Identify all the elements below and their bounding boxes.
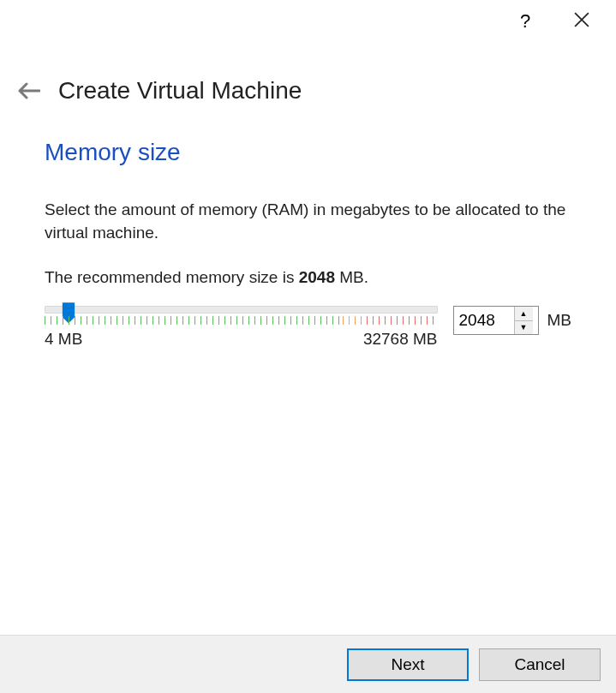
next-button[interactable]: Next [347, 648, 469, 681]
wizard-content: Memory size Select the amount of memory … [0, 105, 616, 349]
slider-zone-safe [45, 316, 343, 325]
spinner-buttons: ▲ ▼ [514, 307, 533, 334]
recommend-value: 2048 [299, 268, 335, 286]
memory-spinner-box: ▲ ▼ [453, 306, 539, 335]
spinner-up-button[interactable]: ▲ [515, 307, 533, 321]
slider-zone-danger [367, 316, 438, 325]
slider-max-label: 32768 MB [363, 330, 438, 349]
help-icon[interactable]: ? [510, 10, 541, 33]
memory-spinner: ▲ ▼ MB [453, 306, 572, 335]
step-title: Memory size [45, 139, 571, 166]
close-icon[interactable] [566, 12, 597, 31]
slider-ticks [45, 316, 438, 325]
slider-zone-warn [343, 316, 367, 325]
memory-input[interactable] [454, 307, 514, 334]
memory-control-row: 4 MB 32768 MB ▲ ▼ MB [45, 306, 571, 349]
recommend-suffix: MB. [335, 268, 368, 286]
slider-track [45, 306, 438, 314]
memory-slider[interactable]: 4 MB 32768 MB [45, 306, 438, 349]
titlebar: ? [0, 0, 616, 43]
wizard-footer: Next Cancel [0, 635, 616, 693]
wizard-title: Create Virtual Machine [58, 77, 302, 105]
back-icon[interactable] [17, 82, 41, 99]
memory-unit: MB [547, 311, 572, 330]
slider-min-label: 4 MB [45, 330, 82, 349]
slider-labels: 4 MB 32768 MB [45, 330, 438, 349]
wizard-header: Create Virtual Machine [0, 43, 616, 105]
recommended-text: The recommended memory size is 2048 MB. [45, 268, 571, 287]
recommend-prefix: The recommended memory size is [45, 268, 299, 286]
step-description: Select the amount of memory (RAM) in meg… [45, 199, 571, 244]
cancel-button[interactable]: Cancel [479, 648, 601, 681]
spinner-down-button[interactable]: ▼ [515, 321, 533, 335]
